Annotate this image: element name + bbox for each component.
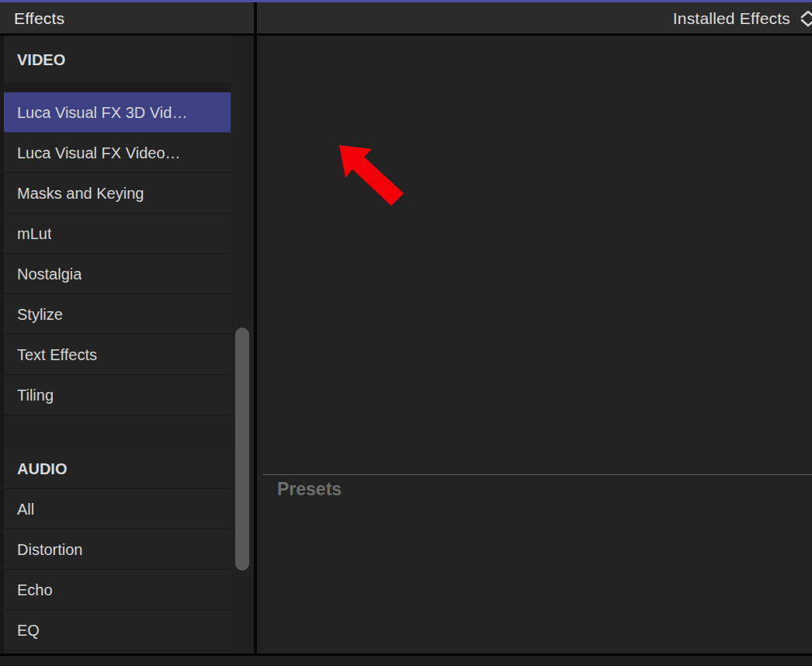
sidebar-section-video: VIDEO: [4, 36, 231, 84]
sidebar-item-stylize[interactable]: Stylize: [4, 294, 231, 335]
sidebar-item-luca-3d[interactable]: Luca Visual FX 3D Vid…: [4, 92, 231, 133]
sidebar-item-mlut[interactable]: mLut: [4, 213, 231, 254]
sidebar-item-nostalgia[interactable]: Nostalgia: [4, 254, 231, 294]
installed-effects-dropdown[interactable]: Installed Effects: [257, 2, 812, 34]
chevron-up-down-icon: [798, 9, 812, 29]
presets-section-title: Presets: [277, 479, 342, 500]
presets-divider: [262, 474, 812, 475]
effects-grid: [257, 36, 812, 654]
sidebar-item-echo[interactable]: Echo: [4, 570, 231, 610]
sidebar-gap: [4, 84, 231, 92]
sidebar-scrollbar-thumb[interactable]: [235, 328, 249, 571]
sidebar-section-audio: AUDIO: [4, 449, 231, 489]
sidebar-item-eq[interactable]: EQ: [4, 610, 231, 650]
effects-panel-header: Effects: [0, 2, 254, 34]
window-top-accent: [0, 0, 812, 2]
installed-effects-label: Installed Effects: [673, 9, 790, 28]
header-divider: [0, 33, 812, 36]
sidebar-item-masks-keying[interactable]: Masks and Keying: [4, 173, 231, 213]
effects-panel-title: Effects: [0, 9, 64, 28]
panel-divider: [254, 2, 257, 654]
sidebar-item-all[interactable]: All: [4, 489, 231, 529]
effects-category-sidebar: VIDEO Luca Visual FX 3D Vid… Luca Visual…: [0, 36, 254, 654]
sidebar-item-tiling[interactable]: Tiling: [4, 375, 231, 415]
sidebar-item-luca-video[interactable]: Luca Visual FX Video…: [4, 133, 231, 173]
sidebar-item-text-effects[interactable]: Text Effects: [4, 335, 231, 375]
bottom-strip: [0, 654, 812, 666]
sidebar-item-distortion[interactable]: Distortion: [4, 529, 231, 570]
